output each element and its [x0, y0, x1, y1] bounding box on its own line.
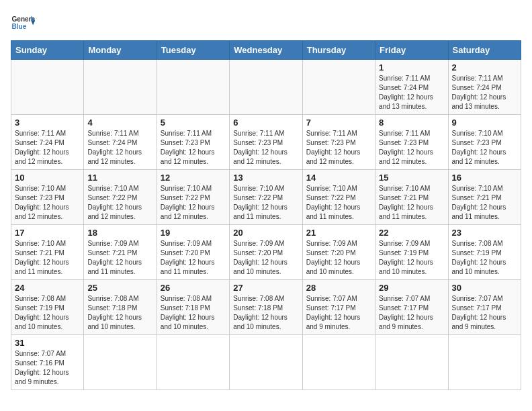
day-number: 14	[306, 173, 371, 183]
day-number: 31	[15, 338, 80, 348]
day-cell: 11Sunrise: 7:10 AM Sunset: 7:22 PM Dayli…	[84, 170, 157, 225]
day-cell: 25Sunrise: 7:08 AM Sunset: 7:18 PM Dayli…	[84, 280, 157, 335]
day-info: Sunrise: 7:11 AM Sunset: 7:24 PM Dayligh…	[379, 74, 444, 111]
day-cell	[84, 335, 157, 390]
day-info: Sunrise: 7:10 AM Sunset: 7:22 PM Dayligh…	[306, 184, 371, 222]
day-cell: 2Sunrise: 7:11 AM Sunset: 7:24 PM Daylig…	[448, 60, 521, 115]
day-number: 13	[233, 173, 298, 183]
day-number: 27	[233, 283, 298, 293]
day-cell: 31Sunrise: 7:07 AM Sunset: 7:16 PM Dayli…	[11, 335, 84, 390]
day-number: 10	[15, 173, 80, 183]
svg-marker-3	[31, 20, 35, 25]
col-header-saturday: Saturday	[448, 41, 521, 60]
day-info: Sunrise: 7:09 AM Sunset: 7:21 PM Dayligh…	[87, 239, 152, 277]
day-cell: 26Sunrise: 7:08 AM Sunset: 7:18 PM Dayli…	[157, 280, 229, 335]
day-number: 28	[306, 283, 371, 293]
day-cell	[230, 335, 302, 390]
day-info: Sunrise: 7:09 AM Sunset: 7:20 PM Dayligh…	[306, 239, 371, 277]
day-info: Sunrise: 7:11 AM Sunset: 7:23 PM Dayligh…	[161, 129, 226, 167]
day-info: Sunrise: 7:11 AM Sunset: 7:24 PM Dayligh…	[87, 129, 152, 167]
day-info: Sunrise: 7:10 AM Sunset: 7:22 PM Dayligh…	[87, 184, 152, 222]
day-info: Sunrise: 7:07 AM Sunset: 7:17 PM Dayligh…	[306, 294, 371, 332]
week-row-1: 1Sunrise: 7:11 AM Sunset: 7:24 PM Daylig…	[11, 60, 521, 115]
day-info: Sunrise: 7:09 AM Sunset: 7:20 PM Dayligh…	[161, 239, 226, 277]
day-number: 21	[306, 228, 371, 238]
day-cell: 18Sunrise: 7:09 AM Sunset: 7:21 PM Dayli…	[84, 225, 157, 280]
day-info: Sunrise: 7:10 AM Sunset: 7:22 PM Dayligh…	[161, 184, 226, 222]
day-info: Sunrise: 7:10 AM Sunset: 7:21 PM Dayligh…	[15, 239, 80, 277]
day-info: Sunrise: 7:08 AM Sunset: 7:18 PM Dayligh…	[87, 294, 152, 332]
day-cell	[157, 60, 229, 115]
day-number: 20	[233, 228, 298, 238]
day-cell: 21Sunrise: 7:09 AM Sunset: 7:20 PM Dayli…	[302, 225, 375, 280]
day-info: Sunrise: 7:08 AM Sunset: 7:18 PM Dayligh…	[161, 294, 226, 332]
day-cell: 4Sunrise: 7:11 AM Sunset: 7:24 PM Daylig…	[84, 115, 157, 170]
logo-icon: General Blue	[11, 11, 35, 35]
day-cell: 27Sunrise: 7:08 AM Sunset: 7:18 PM Dayli…	[230, 280, 302, 335]
week-row-4: 17Sunrise: 7:10 AM Sunset: 7:21 PM Dayli…	[11, 225, 521, 280]
day-info: Sunrise: 7:07 AM Sunset: 7:16 PM Dayligh…	[15, 349, 80, 387]
col-header-thursday: Thursday	[302, 41, 375, 60]
col-header-wednesday: Wednesday	[230, 41, 302, 60]
day-number: 23	[452, 228, 517, 238]
day-cell: 12Sunrise: 7:10 AM Sunset: 7:22 PM Dayli…	[157, 170, 229, 225]
day-cell: 28Sunrise: 7:07 AM Sunset: 7:17 PM Dayli…	[302, 280, 375, 335]
day-cell	[84, 60, 157, 115]
day-cell	[375, 335, 448, 390]
day-cell: 7Sunrise: 7:11 AM Sunset: 7:23 PM Daylig…	[302, 115, 375, 170]
day-info: Sunrise: 7:11 AM Sunset: 7:23 PM Dayligh…	[379, 129, 444, 167]
day-info: Sunrise: 7:10 AM Sunset: 7:21 PM Dayligh…	[452, 184, 517, 222]
day-info: Sunrise: 7:07 AM Sunset: 7:17 PM Dayligh…	[452, 294, 517, 332]
day-cell: 17Sunrise: 7:10 AM Sunset: 7:21 PM Dayli…	[11, 225, 84, 280]
day-number: 16	[452, 173, 517, 183]
day-info: Sunrise: 7:10 AM Sunset: 7:23 PM Dayligh…	[15, 184, 80, 222]
day-cell: 29Sunrise: 7:07 AM Sunset: 7:17 PM Dayli…	[375, 280, 448, 335]
day-number: 26	[161, 283, 226, 293]
day-number: 12	[161, 173, 226, 183]
day-info: Sunrise: 7:11 AM Sunset: 7:23 PM Dayligh…	[306, 129, 371, 167]
day-cell: 3Sunrise: 7:11 AM Sunset: 7:24 PM Daylig…	[11, 115, 84, 170]
day-info: Sunrise: 7:08 AM Sunset: 7:19 PM Dayligh…	[452, 239, 517, 277]
day-cell: 8Sunrise: 7:11 AM Sunset: 7:23 PM Daylig…	[375, 115, 448, 170]
day-cell	[448, 335, 521, 390]
week-row-5: 24Sunrise: 7:08 AM Sunset: 7:19 PM Dayli…	[11, 280, 521, 335]
day-number: 15	[379, 173, 444, 183]
day-number: 19	[161, 228, 226, 238]
day-cell	[302, 60, 375, 115]
col-header-friday: Friday	[375, 41, 448, 60]
day-info: Sunrise: 7:09 AM Sunset: 7:20 PM Dayligh…	[233, 239, 298, 277]
day-number: 29	[379, 283, 444, 293]
day-cell: 24Sunrise: 7:08 AM Sunset: 7:19 PM Dayli…	[11, 280, 84, 335]
day-number: 24	[15, 283, 80, 293]
day-number: 25	[87, 283, 152, 293]
day-info: Sunrise: 7:07 AM Sunset: 7:17 PM Dayligh…	[379, 294, 444, 332]
day-number: 5	[161, 118, 226, 128]
day-number: 9	[452, 118, 517, 128]
day-cell	[157, 335, 229, 390]
day-number: 3	[15, 118, 80, 128]
day-number: 8	[379, 118, 444, 128]
day-info: Sunrise: 7:11 AM Sunset: 7:24 PM Dayligh…	[452, 74, 517, 111]
day-info: Sunrise: 7:11 AM Sunset: 7:24 PM Dayligh…	[15, 129, 80, 167]
calendar-table: SundayMondayTuesdayWednesdayThursdayFrid…	[11, 40, 521, 390]
day-info: Sunrise: 7:09 AM Sunset: 7:19 PM Dayligh…	[379, 239, 444, 277]
week-row-3: 10Sunrise: 7:10 AM Sunset: 7:23 PM Dayli…	[11, 170, 521, 225]
day-info: Sunrise: 7:10 AM Sunset: 7:23 PM Dayligh…	[452, 129, 517, 167]
day-cell: 6Sunrise: 7:11 AM Sunset: 7:23 PM Daylig…	[230, 115, 302, 170]
day-number: 1	[379, 62, 444, 73]
day-cell: 5Sunrise: 7:11 AM Sunset: 7:23 PM Daylig…	[157, 115, 229, 170]
day-cell: 9Sunrise: 7:10 AM Sunset: 7:23 PM Daylig…	[448, 115, 521, 170]
day-cell: 20Sunrise: 7:09 AM Sunset: 7:20 PM Dayli…	[230, 225, 302, 280]
day-number: 2	[452, 62, 517, 73]
day-cell	[11, 60, 84, 115]
day-cell	[302, 335, 375, 390]
day-cell: 30Sunrise: 7:07 AM Sunset: 7:17 PM Dayli…	[448, 280, 521, 335]
svg-text:Blue: Blue	[11, 23, 26, 30]
day-number: 22	[379, 228, 444, 238]
col-header-sunday: Sunday	[11, 41, 84, 60]
day-cell: 23Sunrise: 7:08 AM Sunset: 7:19 PM Dayli…	[448, 225, 521, 280]
day-cell: 16Sunrise: 7:10 AM Sunset: 7:21 PM Dayli…	[448, 170, 521, 225]
day-cell: 10Sunrise: 7:10 AM Sunset: 7:23 PM Dayli…	[11, 170, 84, 225]
day-number: 18	[87, 228, 152, 238]
day-cell: 15Sunrise: 7:10 AM Sunset: 7:21 PM Dayli…	[375, 170, 448, 225]
